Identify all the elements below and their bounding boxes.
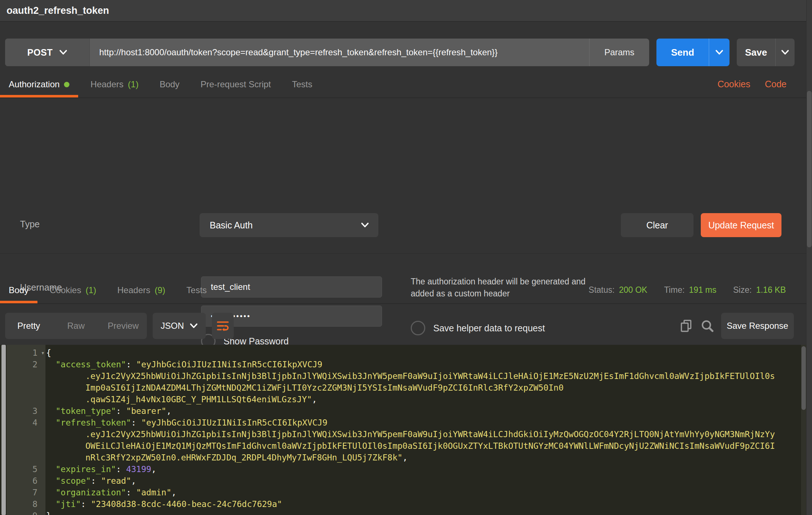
update-request-button[interactable]: Update Request [701,213,781,237]
tab-headers[interactable]: Headers(1) [82,71,147,97]
active-dot [64,82,69,87]
code-token: : [131,418,141,427]
editor-scrollbar-thumb[interactable] [801,346,806,410]
tab-tests[interactable]: Tests [178,277,216,303]
format-select[interactable]: JSON [153,313,206,339]
chevron-down-icon [715,50,723,55]
code-row: Imp0aSI6IjIzNDA4ZDM4LThjZGMtNDQ2MC1iZWFj… [7,382,800,394]
code-token: "bearer" [126,406,166,416]
response-body-editor: 1▾{2"access_token": "eyJhbGciOiJIUzI1NiI… [0,345,812,515]
chevron-down-icon [59,50,67,55]
tab-label: Pre-request Script [201,79,271,89]
view-mode-pretty[interactable]: Pretty [5,313,52,339]
code-row: OWEiLCJleHAiOjE1MzQ1MjQzMTQsImF1dGhvcml0… [7,440,800,452]
tab-cookies[interactable]: Cookies(1) [41,277,105,303]
code-line: .qawS1Z4j_h4vNx10GBC_Y_PHM1LLSQt64eniWLG… [45,394,800,405]
view-mode-raw[interactable]: Raw [52,313,100,339]
method-dropdown[interactable]: POST [5,39,90,66]
tab-authorization[interactable]: Authorization [0,71,78,97]
time-label: Time: [664,285,685,295]
code-row: 6"scope": "read", [7,475,800,487]
auth-type-select[interactable]: Basic Auth [200,213,378,237]
tab-body[interactable]: Body [151,71,188,97]
section-divider [0,253,812,254]
save-button-group: Save [737,39,795,66]
line-number: 7 [7,487,45,498]
line-number: 9 [7,510,45,515]
size-value: 1.16 KB [756,285,786,295]
tab-tests[interactable]: Tests [283,71,321,97]
view-mode-preview[interactable]: Preview [100,313,147,339]
code-token: "organization" [56,488,126,497]
code-line: OWEiLCJleHAiOjE1MzQ1MjQzMTQsImF1dGhvcml0… [45,440,800,452]
code-line: "scope": "read", [45,475,800,487]
search-button[interactable] [698,316,717,336]
params-button[interactable]: Params [589,39,649,66]
save-response-label: Save Response [727,321,788,331]
line-number [7,382,45,394]
code-row: .qawS1Z4j_h4vNx10GBC_Y_PHM1LLSQt64eniWLG… [7,394,800,405]
tab-label: Tests [292,79,312,89]
status-pair: Status: 200 OK [588,285,647,295]
cookies-link[interactable]: Cookies [717,79,750,89]
code-row: 3"token_type": "bearer", [7,405,800,417]
chevron-down-icon [781,50,789,55]
code-token: , [166,406,172,416]
code-token: : [91,476,101,486]
time-value: 191 ms [689,285,716,295]
status-label: Status: [588,285,615,295]
save-button[interactable]: Save [737,39,775,66]
tab-label: Cookies [50,285,81,295]
line-number: 2 [7,359,45,370]
copy-button[interactable] [677,316,696,336]
code-token: OWEiLCJleHAiOjE1MzQ1MjQzMTQsImF1dGhvcml0… [85,441,775,451]
wrap-text-button[interactable] [212,313,234,339]
tab-pre-request-script[interactable]: Pre-request Script [192,71,280,97]
code-link[interactable]: Code [765,79,787,89]
page-scrollbar[interactable] [806,0,812,515]
size-label: Size: [733,285,752,295]
tab-headers[interactable]: Headers(9) [109,277,174,303]
send-dropdown[interactable] [709,39,729,66]
send-button[interactable]: Send [656,39,709,66]
save-dropdown[interactable] [775,39,795,66]
code-token: "admin" [136,488,172,497]
code-line: .eyJ1c2VyX25hbWUiOiJhZG1pbiIsInNjb3BlIjp… [45,370,800,382]
code-token: "access_token" [56,360,126,369]
tab-label: Body [9,285,29,295]
fold-toggle-icon[interactable]: ▾ [41,347,45,359]
code-token: "scope" [56,476,91,486]
code-token: .qawS1Z4j_h4vNx10GBC_Y_PHM1LLSQt64eniWLG… [85,395,312,404]
code-token: "token_type" [56,406,116,416]
request-links: Cookies Code [717,71,787,97]
tab-body[interactable]: Body [0,277,37,303]
code-line: "access_token": "eyJhbGciOiJIUzI1NiIsInR… [45,359,800,370]
time-pair: Time: 191 ms [664,285,716,295]
code-token: "23408d38-8cdc-4460-beac-24c76dc7629a" [91,499,282,509]
tab-label: Body [160,79,180,89]
editor-left-scrollbar[interactable] [1,345,6,515]
code-token: "refresh_token" [56,418,131,427]
response-tabs-row: BodyCookies(1)Headers(9)Tests Status: 20… [0,277,812,304]
code-token: : [116,406,126,416]
tab-label: Tests [186,285,207,295]
request-tabs: AuthorizationHeaders(1)BodyPre-request S… [0,71,325,97]
chevron-down-icon [190,323,198,328]
code-line: } [45,510,800,515]
code-line: "jti": "23408d38-8cdc-4460-beac-24c76dc7… [45,498,800,510]
url-input[interactable] [90,47,589,57]
clear-button[interactable]: Clear [621,213,694,237]
code-row: nRlc3RfY2xpZW50In0.eHRWxFZDJDq_2RDPL4Dhy… [7,452,800,463]
code-token: : [126,488,136,497]
request-row: POST Params Send Save [0,39,812,66]
tab-label: Headers [117,285,150,295]
code-token: .eyJ1c2VyX25hbWUiOiJhZG1pbiIsInNjb3BlIjp… [85,430,775,439]
code-token: , [131,476,136,486]
editor-scrollbar[interactable] [801,345,806,515]
tab-count-badge: (9) [154,285,165,295]
tab-count-badge: (1) [85,285,96,295]
save-response-button[interactable]: Save Response [721,313,794,339]
code-row: 5"expires_in": 43199, [7,463,800,475]
page-scrollbar-thumb[interactable] [807,91,812,247]
url-bar: POST Params [5,39,649,66]
